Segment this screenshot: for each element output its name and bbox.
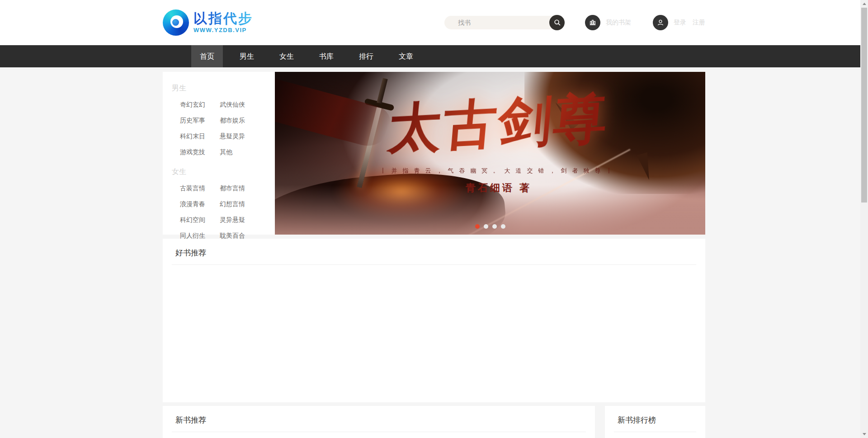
nav-item-library: 书库: [311, 45, 342, 67]
nav-item-male: 男生: [231, 45, 263, 67]
banner-dragon-art: [524, 72, 705, 194]
category-item: 灵异悬疑: [220, 216, 259, 224]
new-books-heading: 新书推荐: [163, 406, 595, 432]
logo-swirl-icon: [163, 9, 189, 36]
category-grid-female: 古装言情 都市言情 浪漫青春 幻想言情 科幻空间 灵异悬疑 同人衍生 耽美百合: [172, 184, 275, 240]
site-title: 以指代步: [193, 11, 253, 26]
nav-list: 首页 男生 女生 书库 排行 文章: [163, 45, 705, 67]
user-button[interactable]: [653, 15, 668, 30]
banner-tagline: 丨并指青云，气吞幽冥。大道交错，剑者独尊丨: [301, 167, 697, 175]
category-sidebar: 男生 奇幻玄幻 武侠仙侠 历史军事 都市娱乐 科幻末日 悬疑灵异 游戏竞技 其他…: [163, 72, 275, 235]
section-divider: [614, 432, 696, 432]
my-shelf-link[interactable]: 我的书架: [606, 19, 631, 27]
site-domain: WWW.YZDB.VIP: [193, 27, 253, 33]
nav-item-female: 女生: [271, 45, 302, 67]
search-icon: [553, 19, 561, 26]
section-divider: [172, 264, 696, 265]
bookshelf-icon: [589, 19, 597, 27]
bookshelf-button[interactable]: [585, 15, 600, 30]
banner-dragon-horn: [552, 99, 579, 130]
nav-item-ranking: 排行: [350, 45, 382, 67]
nav-item-articles: 文章: [390, 45, 422, 67]
banner-author: 青石细语 著: [301, 181, 697, 195]
category-link[interactable]: 浪漫青春: [180, 200, 205, 207]
category-link[interactable]: 都市娱乐: [220, 117, 245, 124]
category-link[interactable]: 武侠仙侠: [220, 101, 245, 108]
category-item: 都市娱乐: [220, 116, 259, 125]
header-actions: 我的书架 登录 注册: [444, 15, 705, 30]
scrollbar-down-arrow[interactable]: [860, 430, 868, 438]
category-item: 武侠仙侠: [220, 100, 259, 109]
category-item: 奇幻玄幻: [180, 100, 220, 109]
category-item: 都市言情: [220, 184, 259, 193]
nav-link-articles[interactable]: 文章: [390, 45, 422, 67]
banner-mist: [275, 185, 705, 235]
nav-link-female[interactable]: 女生: [271, 45, 302, 67]
category-link[interactable]: 古装言情: [180, 184, 205, 192]
arrow-up-icon: [863, 3, 866, 5]
category-section-title-male: 男生: [172, 84, 275, 93]
category-grid-male: 奇幻玄幻 武侠仙侠 历史军事 都市娱乐 科幻末日 悬疑灵异 游戏竞技 其他: [172, 100, 275, 156]
category-link[interactable]: 其他: [220, 148, 232, 155]
banner-sword-hilt: [377, 78, 387, 104]
banner-rocks-art: [275, 165, 509, 235]
nav-link-home[interactable]: 首页: [191, 45, 223, 67]
category-link[interactable]: 科幻空间: [180, 216, 205, 223]
scrollbar-track[interactable]: [860, 0, 868, 438]
category-link[interactable]: 游戏竞技: [180, 148, 205, 155]
register-link[interactable]: 注册: [693, 19, 705, 27]
category-link[interactable]: 灵异悬疑: [220, 216, 245, 223]
main-content: 男生 奇幻玄幻 武侠仙侠 历史军事 都市娱乐 科幻末日 悬疑灵异 游戏竞技 其他…: [163, 72, 705, 438]
category-item: 古装言情: [180, 184, 220, 193]
carousel-dot[interactable]: [475, 224, 480, 229]
category-item: 历史军事: [180, 116, 220, 125]
category-link[interactable]: 耽美百合: [220, 232, 245, 239]
section-divider: [172, 432, 586, 432]
scrollbar-up-arrow[interactable]: [860, 0, 868, 8]
category-item: 幻想言情: [220, 200, 259, 208]
category-item: 科幻空间: [180, 216, 220, 224]
carousel-dot[interactable]: [484, 224, 488, 229]
category-link[interactable]: 都市言情: [220, 184, 245, 192]
category-section-title-female: 女生: [172, 167, 275, 177]
banner-book-title: 太古剑尊: [386, 85, 612, 161]
carousel-dot[interactable]: [501, 224, 505, 229]
category-link[interactable]: 悬疑灵异: [220, 132, 245, 140]
search-box: [444, 16, 563, 29]
category-item: 游戏竞技: [180, 148, 220, 156]
banner-sword-blade: [357, 106, 382, 188]
category-item: 科幻末日: [180, 132, 220, 141]
hero-banner-slide[interactable]: 太古剑尊 丨并指青云，气吞幽冥。大道交错，剑者独尊丨 青石细语 著: [275, 72, 705, 235]
category-link[interactable]: 同人衍生: [180, 232, 205, 239]
carousel-dot[interactable]: [492, 224, 497, 229]
category-item: 浪漫青春: [180, 200, 220, 208]
new-ranking-heading: 新书排行榜: [605, 406, 705, 432]
category-item: 耽美百合: [220, 231, 259, 240]
nav-link-ranking[interactable]: 排行: [350, 45, 382, 67]
category-link[interactable]: 历史军事: [180, 117, 205, 124]
carousel-dots: [473, 224, 507, 229]
arrow-down-icon: [863, 433, 866, 435]
new-books-section: 新书推荐: [163, 406, 595, 438]
banner-text-block: 太古剑尊 丨并指青云，气吞幽冥。大道交错，剑者独尊丨 青石细语 著: [301, 91, 697, 195]
nav-link-library[interactable]: 书库: [311, 45, 342, 67]
search-input[interactable]: [444, 19, 563, 26]
category-link[interactable]: 科幻末日: [180, 132, 205, 140]
banner-sword-guard: [364, 98, 394, 111]
category-item: 悬疑灵异: [220, 132, 259, 141]
banner-fire-glow: [334, 162, 469, 221]
login-link[interactable]: 登录: [674, 19, 686, 27]
good-books-section: 好书推荐: [163, 239, 705, 402]
category-link[interactable]: 幻想言情: [220, 200, 245, 207]
banner-light-streak: [458, 149, 630, 235]
banner-dragon-horn: [637, 152, 655, 181]
nav-link-male[interactable]: 男生: [231, 45, 263, 67]
category-link[interactable]: 奇幻玄幻: [180, 101, 205, 108]
logo-text: 以指代步 WWW.YZDB.VIP: [193, 11, 253, 33]
nav-item-home: 首页: [191, 45, 223, 67]
scrollbar-thumb[interactable]: [861, 8, 867, 203]
logo-link[interactable]: 以指代步 WWW.YZDB.VIP: [163, 9, 253, 36]
main-nav: 首页 男生 女生 书库 排行 文章: [0, 45, 868, 67]
category-item: 其他: [220, 148, 259, 156]
search-button[interactable]: [549, 15, 565, 30]
